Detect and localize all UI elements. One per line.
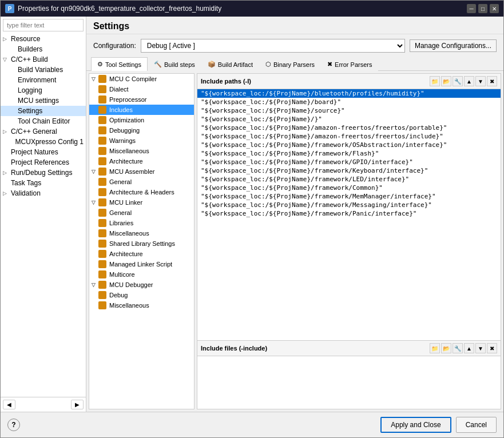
sidebar-item-build-variables[interactable]: Build Variables xyxy=(1,65,86,75)
tool-tree-mcu-c-compiler[interactable]: ▽ MCU C Compiler xyxy=(89,74,194,84)
tab-binary-parsers[interactable]: ⬡ Binary Parsers xyxy=(259,57,321,71)
include-path-item[interactable]: "${workspace_loc:/${ProjName}/framework/… xyxy=(197,184,501,192)
tool-tree-debugging[interactable]: Debugging xyxy=(89,125,194,136)
sidebar-item-cpp-build[interactable]: ▽ C/C++ Build xyxy=(1,54,86,65)
tool-tree-mcu-assembler[interactable]: ▽ MCU Assembler xyxy=(89,166,194,177)
debug-icon xyxy=(98,291,106,299)
sidebar-item-environment[interactable]: Environment xyxy=(1,75,86,85)
item-label: Warnings xyxy=(108,137,136,144)
minimize-button[interactable]: ─ xyxy=(467,4,476,13)
config-select[interactable]: Debug [ Active ] xyxy=(141,39,405,53)
cancel-button[interactable]: Cancel xyxy=(456,417,497,433)
sidebar: ▷ Resource Builders ▽ C/C++ Build Build … xyxy=(1,17,86,412)
include-path-item[interactable]: "${workspace_loc:/${ProjName}/source}" xyxy=(197,106,501,115)
linker-arch-icon xyxy=(98,250,106,258)
include-path-item[interactable]: "${workspace_loc:/${ProjName}/framework/… xyxy=(197,201,501,209)
sidebar-item-mcuxpresso[interactable]: MCUXpresso Config 1 xyxy=(1,137,86,147)
sidebar-item-cpp-general[interactable]: ▷ C/C++ General xyxy=(1,126,86,137)
add-workspace-file-button[interactable]: 📁 xyxy=(430,343,440,353)
sidebar-back-button[interactable]: ◀ xyxy=(3,400,15,409)
apply-close-button[interactable]: Apply and Close xyxy=(380,417,451,433)
include-path-item[interactable]: "${workspace_loc:/${ProjName}/board}" xyxy=(197,98,501,106)
sidebar-item-settings[interactable]: Settings xyxy=(1,106,86,116)
sidebar-item-run-debug[interactable]: ▷ Run/Debug Settings xyxy=(1,168,86,178)
add-filesystem-file-button[interactable]: 📂 xyxy=(441,343,451,353)
tool-tree-managed-linker[interactable]: Managed Linker Script xyxy=(89,259,194,269)
include-path-item[interactable]: "${workspace_loc:/${ProjName}/amazon-fre… xyxy=(197,132,501,141)
sidebar-item-logging[interactable]: Logging xyxy=(1,85,86,95)
tool-tree-dialect[interactable]: Dialect xyxy=(89,84,194,94)
include-path-item[interactable]: "${workspace_loc:/${ProjName}/framework/… xyxy=(197,149,501,158)
linker-icon xyxy=(98,198,106,206)
tab-build-artifact[interactable]: 📦 Build Artifact xyxy=(201,57,259,71)
tool-tree-linker-misc[interactable]: Miscellaneous xyxy=(89,228,194,238)
tab-error-parsers[interactable]: ✖ Error Parsers xyxy=(321,57,378,71)
build-steps-icon: 🔨 xyxy=(154,61,162,68)
right-panel: Settings Configuration: Debug [ Active ]… xyxy=(86,17,503,412)
build-artifact-icon: 📦 xyxy=(208,61,216,68)
include-path-item[interactable]: "${workspace_loc:/${ProjName}/framework/… xyxy=(197,141,501,149)
tool-tree-optimization[interactable]: Optimization xyxy=(89,115,194,125)
tool-tree-multicore[interactable]: Multicore xyxy=(89,269,194,280)
sidebar-forward-button[interactable]: ▶ xyxy=(71,400,84,409)
sidebar-item-task-tags[interactable]: Task Tags xyxy=(1,178,86,188)
include-path-item[interactable]: "${workspace_loc:/${ProjName}/framework/… xyxy=(197,158,501,166)
add-filesystem-button[interactable]: 📂 xyxy=(441,76,451,86)
sidebar-item-builders[interactable]: Builders xyxy=(1,44,86,54)
sidebar-item-tool-chain-editor[interactable]: Tool Chain Editor xyxy=(1,116,86,126)
tool-tree-includes[interactable]: Includes xyxy=(89,105,194,115)
tool-tree-warnings[interactable]: Warnings xyxy=(89,136,194,146)
spacer xyxy=(10,77,17,83)
add-builtin-file-button[interactable]: 🔧 xyxy=(453,343,463,353)
tool-tree-architecture[interactable]: Architecture xyxy=(89,156,194,166)
include-path-item[interactable]: "${workspace_loc:/${ProjName}/framework/… xyxy=(197,209,501,218)
include-path-item[interactable]: "${workspace_loc:/${ProjName}/bluetooth/… xyxy=(197,89,501,98)
tab-build-steps[interactable]: 🔨 Build steps xyxy=(148,57,201,71)
tool-tree-miscellaneous[interactable]: Miscellaneous xyxy=(89,146,194,156)
include-path-item[interactable]: "${workspace_loc:/${ProjName}/framework/… xyxy=(197,175,501,184)
maximize-button[interactable]: □ xyxy=(478,4,487,13)
manage-configurations-button[interactable]: Manage Configurations... xyxy=(410,39,497,52)
tool-tree-asm-general[interactable]: General xyxy=(89,177,194,187)
delete-button[interactable]: ✖ xyxy=(487,76,497,86)
debugging-icon xyxy=(98,126,106,134)
item-label: MCU Linker xyxy=(108,199,142,206)
sidebar-item-resource[interactable]: ▷ Resource xyxy=(1,34,86,44)
spacer xyxy=(10,108,17,114)
close-button[interactable]: ✕ xyxy=(490,4,499,13)
add-workspace-button[interactable]: 📁 xyxy=(430,76,440,86)
sidebar-item-mcu-settings[interactable]: MCU settings xyxy=(1,95,86,106)
sidebar-item-project-natures[interactable]: Project Natures xyxy=(1,147,86,157)
tool-tree-linker-arch[interactable]: Architecture xyxy=(89,249,194,259)
tool-tree-mcu-linker[interactable]: ▽ MCU Linker xyxy=(89,197,194,208)
includes-icon xyxy=(98,106,106,114)
tool-tree-preprocessor[interactable]: Preprocessor xyxy=(89,94,194,105)
include-path-item[interactable]: "${workspace_loc:/${ProjName}/amazon-fre… xyxy=(197,124,501,132)
include-path-item[interactable]: "${workspace_loc:/${ProjName}/framework/… xyxy=(197,166,501,175)
tool-tree-debug[interactable]: Debug xyxy=(89,290,194,300)
move-up-button[interactable]: ▲ xyxy=(464,76,474,86)
include-path-item[interactable]: "${workspace_loc:/${ProjName}/}" xyxy=(197,115,501,124)
include-path-item[interactable]: "${workspace_loc:/${ProjName}/framework/… xyxy=(197,192,501,201)
item-label: Libraries xyxy=(108,220,133,226)
move-up-file-button[interactable]: ▲ xyxy=(464,343,474,353)
move-down-file-button[interactable]: ▼ xyxy=(475,343,486,353)
tool-tree-mcu-debugger[interactable]: ▽ MCU Debugger xyxy=(89,280,194,290)
sidebar-item-project-references[interactable]: Project References xyxy=(1,157,86,168)
include-files-list xyxy=(197,356,501,409)
delete-file-button[interactable]: ✖ xyxy=(487,343,497,353)
tool-tree-libraries[interactable]: Libraries xyxy=(89,218,194,228)
tool-tree-linker-general[interactable]: General xyxy=(89,208,194,218)
tool-tree-arch-headers[interactable]: Architecture & Headers xyxy=(89,187,194,197)
item-label: Debug xyxy=(108,292,128,298)
help-button[interactable]: ? xyxy=(7,419,20,431)
sidebar-item-label: Tool Chain Editor xyxy=(18,117,70,125)
expand-icon: ▽ xyxy=(92,282,97,288)
tool-tree-shared-lib[interactable]: Shared Library Settings xyxy=(89,238,194,249)
move-down-button[interactable]: ▼ xyxy=(475,76,486,86)
tab-tool-settings[interactable]: ⚙ Tool Settings xyxy=(91,57,148,71)
add-builtin-button[interactable]: 🔧 xyxy=(453,76,463,86)
filter-input[interactable] xyxy=(3,19,84,31)
sidebar-item-validation[interactable]: ▷ Validation xyxy=(1,188,86,198)
tool-tree-debugger-misc[interactable]: Miscellaneous xyxy=(89,300,194,310)
